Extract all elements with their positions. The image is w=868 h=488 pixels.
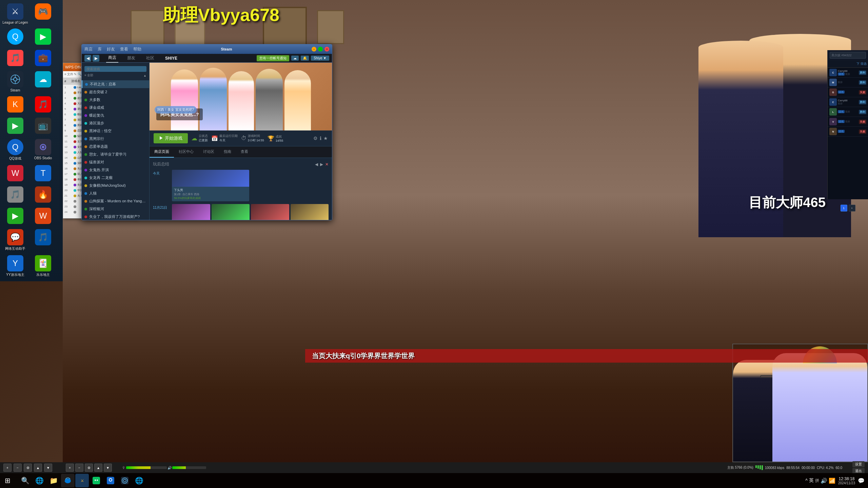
steam-nav-shiye[interactable]: SHIYE <box>163 55 179 62</box>
sidebar-game-item[interactable]: 深棺银河 <box>82 205 149 213</box>
desktop-icon-green[interactable]: ▶ <box>29 27 57 47</box>
sidebar-game-item[interactable]: 超击突破 2 <box>82 88 149 96</box>
steam-notif-btn[interactable]: 🔔 <box>301 56 309 61</box>
steam-nav-store[interactable]: 商店 <box>106 54 118 63</box>
tab-community-hub[interactable]: 社区中心 <box>174 146 198 158</box>
desktop-icon-steam[interactable]: Steam <box>2 69 29 94</box>
sidebar-game-item[interactable]: 黑闸宗行 <box>82 135 149 143</box>
sidebar-game-item[interactable]: 山狗探案 - Murders on the Yangtze <box>82 197 149 205</box>
desktop-icon-blue[interactable]: 💼 <box>29 48 57 69</box>
obs-btn-remove[interactable]: − <box>14 464 22 472</box>
obs-audio-down[interactable]: ▼ <box>104 464 112 472</box>
sidebar-game-item[interactable]: 失业了，我该得了万游戏财产? <box>82 213 149 220</box>
desktop-icon-2[interactable]: 🎮 <box>29 2 57 26</box>
obs-audio-config[interactable]: ⚙ <box>85 464 93 472</box>
sidebar-game-item[interactable]: 大多数 <box>82 96 149 104</box>
taskbar-browser[interactable]: 🌐 <box>132 474 146 487</box>
settings-star-icon[interactable]: ★ <box>323 136 328 141</box>
sidebar-game-item[interactable]: 女鬼热 开演 <box>82 166 149 174</box>
sidebar-game-item[interactable]: 女像棋(MahJongSoul) <box>82 182 149 189</box>
obs-audio-add[interactable]: + <box>66 464 74 472</box>
activity-card-2[interactable]: 姐妹之战 第3章 完成 27.3%的玩家有此成就 <box>172 204 210 220</box>
tab-review[interactable]: 查看 <box>236 146 253 158</box>
taskbar-qq[interactable] <box>104 474 117 487</box>
desktop-icon-music2[interactable]: 🎵 <box>29 227 57 253</box>
sidebar-game-item[interactable]: 黑神话：悟空 <box>82 127 149 135</box>
steam-blue-btn[interactable]: ☁ <box>291 56 299 61</box>
panel-filter-btn[interactable]: 下 筛选 <box>856 62 867 66</box>
sidebar-game-item[interactable]: 猛兽派对 <box>82 158 149 166</box>
steam-menu-help[interactable]: 帮助 <box>133 46 141 52</box>
tray-up-arrow[interactable]: ^ <box>805 478 808 483</box>
tray-network[interactable]: 📶 <box>829 477 835 484</box>
panel-search-box[interactable]: 美尔娱 #94322 <box>830 52 866 59</box>
sidebar-filter-options[interactable]: ▲ <box>143 74 146 77</box>
obs-btn-add[interactable]: + <box>3 464 12 472</box>
desktop-icon-lele[interactable]: 🃏 乐乐地主 <box>29 253 57 279</box>
obs-btn-up[interactable]: ▲ <box>34 464 42 472</box>
steam-nav-community[interactable]: 社区 <box>144 54 156 62</box>
taskbar-lol[interactable]: ⚔ <box>75 474 89 487</box>
steam-maximize-btn[interactable]: □ <box>318 47 323 52</box>
desktop-icon-cloud[interactable]: ☁ <box>29 69 57 94</box>
activity-card-3[interactable]: 一碗盆碎 第3章 总成就 33.1%的玩家有此成就 <box>212 204 250 220</box>
desktop-icon-k[interactable]: K <box>2 95 29 115</box>
desktop-icon-lol[interactable]: ⚔ League of Legends <box>2 2 29 26</box>
sidebar-game-item[interactable]: 港区漫步 <box>82 119 149 127</box>
activity-card-5[interactable]: 就不告诉你 第2章 完成 44.0%的玩家有此成就 <box>291 204 329 220</box>
tray-volume[interactable]: 🔊 <box>821 477 827 484</box>
sidebar-game-item[interactable]: 憩女。请毕业了爱学习 <box>82 150 149 158</box>
desktop-icon-qq2[interactable]: Q QQ游戏 <box>2 137 29 163</box>
activity-next-btn[interactable]: ▶ <box>320 162 323 167</box>
sidebar-game-item[interactable]: 女龙再 二龙瘤 <box>82 174 149 182</box>
taskbar-steam-taskbar[interactable] <box>118 474 132 487</box>
steam-forward-btn[interactable]: ▶ <box>93 55 99 62</box>
settings-info-icon[interactable]: ℹ <box>320 136 321 141</box>
obs-settings-btn[interactable]: 设置 <box>852 461 865 467</box>
taskbar-files[interactable]: 📁 <box>47 474 60 487</box>
sidebar-game-item[interactable]: 人猫 <box>82 189 149 197</box>
steam-menu-friends[interactable]: 好友 <box>107 46 115 52</box>
sidebar-game-item[interactable]: 不祥之兆：启幕 <box>82 80 149 88</box>
desktop-icon-wps[interactable]: W <box>2 163 29 184</box>
desktop-icon-music[interactable]: 🎵 <box>29 95 57 115</box>
play-button[interactable]: ▶ 开始游戏 <box>154 133 188 143</box>
desktop-icon-obs[interactable]: OBS Studio <box>29 137 57 163</box>
desktop-icon-yy[interactable]: Y YY游乐地主 <box>2 253 29 279</box>
steam-menu-library[interactable]: 库 <box>98 46 102 52</box>
taskbar-clock[interactable]: 12:38:18 2024/11/23 <box>838 476 855 485</box>
taskbar-edge[interactable] <box>61 474 75 487</box>
desktop-icon-green2[interactable]: ▶ <box>2 206 29 227</box>
steam-menu-view[interactable]: 查看 <box>120 46 128 52</box>
activity-card-1[interactable]: 下头男 第1章: 自己乘车 西路 58.5%的玩家有此成就 <box>172 170 249 201</box>
steam-minimize-btn[interactable]: ─ <box>312 47 316 52</box>
sidebar-game-item[interactable]: 蝶起复仇 <box>82 111 149 119</box>
steam-back-btn[interactable]: ◀ <box>84 55 91 62</box>
steam-nav-friends[interactable]: 朋友 <box>125 54 137 62</box>
desktop-icon-s[interactable]: 🎵 <box>2 185 29 205</box>
desktop-icon-wps2[interactable]: W <box>29 206 57 227</box>
desktop-icon-play[interactable]: ▶ <box>2 116 29 137</box>
obs-btn-down[interactable]: ▼ <box>44 464 52 472</box>
sidebar-game-item[interactable]: 课金成戒 <box>82 104 149 111</box>
taskbar-start-btn[interactable]: ⊞ <box>0 473 15 488</box>
desktop-icon-obs2[interactable]: 📺 <box>29 116 57 137</box>
desktop-icon-fire[interactable]: 🔥 <box>29 185 57 205</box>
desktop-icon-qq[interactable]: Q <box>2 27 29 47</box>
desktop-icon-red[interactable]: 🎵 <box>2 48 29 69</box>
obs-audio-up[interactable]: ▲ <box>94 464 102 472</box>
activity-close-btn[interactable]: ✕ <box>325 162 329 167</box>
activity-card-4[interactable]: 10年后我们还婚吧 第3章 总成就 59.4%的玩家有此成就 <box>251 204 289 220</box>
taskbar-notification[interactable]: 💬 <box>858 477 865 484</box>
sidebar-search-input[interactable] <box>84 66 146 72</box>
activity-prev-btn[interactable]: ◀ <box>315 162 318 167</box>
desktop-icon-helper[interactable]: 💬 网络互动助手 <box>2 227 29 253</box>
taskbar-wechat[interactable] <box>90 474 103 487</box>
settings-gear-icon[interactable]: ⚙ <box>313 136 318 141</box>
taskbar-search[interactable]: 🔍 <box>18 474 32 487</box>
steam-window[interactable]: 商店 库 好友 查看 帮助 Steam ─ □ ✕ ◀ ▶ 商店 朋友 社区 S… <box>81 44 332 220</box>
steam-close-btn[interactable]: ✕ <box>324 47 329 52</box>
obs-btn-settings[interactable]: ⚙ <box>24 464 32 472</box>
tab-store-page[interactable]: 商店页面 <box>150 146 174 158</box>
desktop-icon-t[interactable]: T <box>29 163 57 184</box>
